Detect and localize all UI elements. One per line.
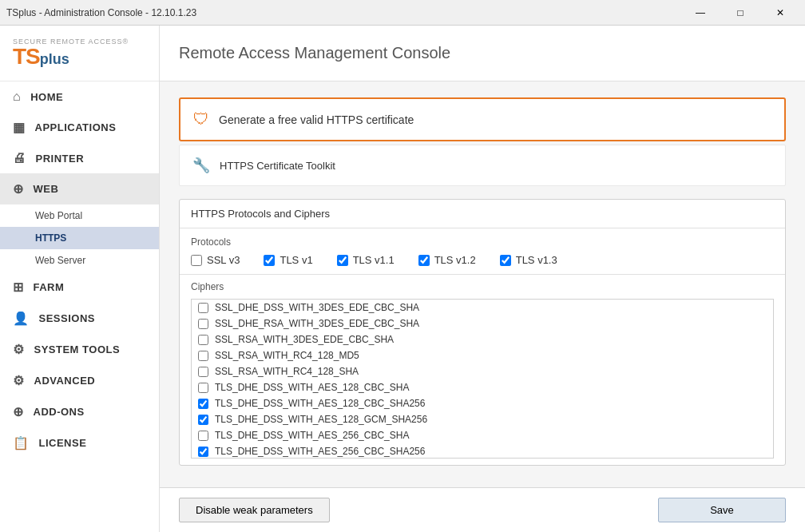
panel-title: HTTPS Protocols and Ciphers <box>180 200 785 228</box>
https-label: HTTPS <box>35 232 66 244</box>
close-button[interactable]: ✕ <box>762 2 799 24</box>
list-item[interactable]: SSL_RSA_WITH_RC4_128_MD5 <box>192 347 773 363</box>
cipher-label: TLS_DHE_DSS_WITH_AES_128_CBC_SHA <box>215 382 409 393</box>
sidebar-item-label: PRINTER <box>36 153 85 165</box>
sidebar-item-label: SESSIONS <box>39 312 95 324</box>
cipher-label: SSL_RSA_WITH_RC4_128_SHA <box>215 366 359 377</box>
web-icon: ⊕ <box>13 181 24 197</box>
disable-weak-button[interactable]: Disable weak parameters <box>179 498 330 522</box>
sidebar-item-farm[interactable]: ⊞ FARM <box>0 272 159 303</box>
sessions-icon: 👤 <box>13 311 30 326</box>
protocols-section: Protocols SSL v3 TLS v1 TLS v1.1 <box>180 228 785 275</box>
sidebar-item-label: SYSTEM TOOLS <box>34 343 121 355</box>
cipher-label: TLS_DHE_DSS_WITH_AES_128_GCM_SHA256 <box>215 414 427 425</box>
farm-icon: ⊞ <box>13 280 24 295</box>
cipher-label: TLS_DHE_DSS_WITH_AES_128_CBC_SHA256 <box>215 398 425 409</box>
logo-ts: TS <box>13 46 40 68</box>
cipher-checkbox[interactable] <box>198 383 208 393</box>
logo: SECURE REMOTE ACCESS® TS plus <box>13 38 129 68</box>
list-item[interactable]: SSL_RSA_WITH_RC4_128_SHA <box>192 363 773 379</box>
list-item[interactable]: TLS_DHE_DSS_WITH_AES_256_CBC_SHA <box>192 427 773 443</box>
cipher-checkbox[interactable] <box>198 415 208 425</box>
toolkit-text: HTTPS Certificate Toolkit <box>220 160 335 172</box>
applications-icon: ▦ <box>13 120 26 135</box>
sidebar-item-sessions[interactable]: 👤 SESSIONS <box>0 303 159 334</box>
list-item[interactable]: TLS_DHE_DSS_WITH_AES_128_CBC_SHA <box>192 379 773 395</box>
addons-icon: ⊕ <box>13 404 24 419</box>
cert-banner-text: Generate a free valid HTTPS certificate <box>219 113 414 126</box>
cipher-label: TLS_DHE_DSS_WITH_AES_256_CBC_SHA256 <box>215 446 425 457</box>
cipher-checkbox[interactable] <box>198 447 208 457</box>
ssl3-checkbox[interactable] <box>191 255 202 266</box>
sidebar-item-label: HOME <box>30 91 63 103</box>
protocols-label: Protocols <box>191 236 774 248</box>
cipher-label: SSL_DHE_DSS_WITH_3DES_EDE_CBC_SHA <box>215 302 419 313</box>
ciphers-list[interactable]: SSL_DHE_DSS_WITH_3DES_EDE_CBC_SHA SSL_DH… <box>191 299 774 459</box>
sidebar: SECURE REMOTE ACCESS® TS plus ⌂ HOME ▦ A… <box>0 26 160 532</box>
minimize-button[interactable]: — <box>682 2 719 24</box>
system-tools-icon: ⚙ <box>13 342 25 357</box>
tls11-checkbox[interactable] <box>337 255 348 266</box>
sidebar-item-label: ADD-ONS <box>34 406 85 418</box>
sidebar-item-web[interactable]: ⊕ WEB <box>0 173 159 204</box>
toolkit-icon: 🔧 <box>192 157 210 174</box>
cipher-checkbox[interactable] <box>198 303 208 313</box>
protocols-checkboxes: SSL v3 TLS v1 TLS v1.1 TLS v1.2 <box>191 254 774 266</box>
cipher-label: SSL_RSA_WITH_3DES_EDE_CBC_SHA <box>215 334 394 345</box>
list-item[interactable]: TLS_DHE_DSS_WITH_AES_128_GCM_SHA256 <box>192 411 773 427</box>
tls13-label: TLS v1.3 <box>516 254 557 266</box>
save-button[interactable]: Save <box>658 498 786 522</box>
sidebar-item-home[interactable]: ⌂ HOME <box>0 81 159 112</box>
list-item[interactable]: SSL_RSA_WITH_3DES_EDE_CBC_SHA <box>192 332 773 347</box>
protocol-tls12[interactable]: TLS v1.2 <box>418 254 476 266</box>
header-title: Remote Access Management Console <box>179 44 450 62</box>
list-item[interactable]: SSL_DHE_RSA_WITH_3DES_EDE_CBC_SHA <box>192 316 773 332</box>
sidebar-item-https[interactable]: HTTPS <box>0 227 159 249</box>
sidebar-item-web-server[interactable]: Web Server <box>0 249 159 272</box>
sidebar-item-printer[interactable]: 🖨 PRINTER <box>0 143 159 173</box>
sidebar-item-web-portal[interactable]: Web Portal <box>0 204 159 227</box>
cipher-label: SSL_RSA_WITH_RC4_128_MD5 <box>215 350 359 361</box>
cipher-label: TLS_DHE_DSS_WITH_AES_256_CBC_SHA <box>215 430 409 441</box>
tls13-checkbox[interactable] <box>500 255 511 266</box>
titlebar-title: TSplus - Administration Console - 12.10.… <box>6 7 196 18</box>
sidebar-item-advanced[interactable]: ⚙ ADVANCED <box>0 365 159 396</box>
web-server-label: Web Server <box>35 255 85 266</box>
sidebar-item-system-tools[interactable]: ⚙ SYSTEM TOOLS <box>0 334 159 365</box>
tls1-checkbox[interactable] <box>264 255 275 266</box>
tls12-checkbox[interactable] <box>418 255 430 266</box>
sidebar-item-label: APPLICATIONS <box>35 121 117 133</box>
license-icon: 📋 <box>13 435 30 451</box>
maximize-button[interactable]: □ <box>722 2 759 24</box>
header: Remote Access Management Console <box>160 26 805 81</box>
cipher-checkbox[interactable] <box>198 399 208 409</box>
cipher-checkbox[interactable] <box>198 367 208 377</box>
cipher-checkbox[interactable] <box>198 335 208 345</box>
bottom-bar: Disable weak parameters Save <box>160 487 805 532</box>
toolkit-row[interactable]: 🔧 HTTPS Certificate Toolkit <box>179 145 786 186</box>
app-body: SECURE REMOTE ACCESS® TS plus ⌂ HOME ▦ A… <box>0 26 805 532</box>
main-content: 🛡 Generate a free valid HTTPS certificat… <box>160 81 805 487</box>
protocol-ssl3[interactable]: SSL v3 <box>191 254 240 266</box>
cipher-checkbox[interactable] <box>198 431 208 441</box>
protocol-tls1[interactable]: TLS v1 <box>264 254 312 266</box>
protocol-tls11[interactable]: TLS v1.1 <box>337 254 395 266</box>
shield-icon: 🛡 <box>193 110 209 129</box>
sidebar-item-label: WEB <box>34 183 59 195</box>
protocol-tls13[interactable]: TLS v1.3 <box>500 254 557 266</box>
protocols-panel: HTTPS Protocols and Ciphers Protocols SS… <box>179 199 786 466</box>
home-icon: ⌂ <box>13 89 21 104</box>
sidebar-item-license[interactable]: 📋 LICENSE <box>0 427 159 459</box>
advanced-icon: ⚙ <box>13 373 25 388</box>
logo-plus: plus <box>40 52 69 66</box>
sidebar-item-applications[interactable]: ▦ APPLICATIONS <box>0 112 159 143</box>
list-item[interactable]: TLS_DHE_DSS_WITH_AES_128_CBC_SHA256 <box>192 395 773 411</box>
list-item[interactable]: TLS_DHE_DSS_WITH_AES_256_CBC_SHA256 <box>192 443 773 459</box>
cipher-checkbox[interactable] <box>198 351 208 361</box>
cipher-checkbox[interactable] <box>198 319 208 329</box>
sidebar-item-addons[interactable]: ⊕ ADD-ONS <box>0 396 159 427</box>
logo-area: SECURE REMOTE ACCESS® TS plus <box>0 26 159 81</box>
ciphers-section: Ciphers SSL_DHE_DSS_WITH_3DES_EDE_CBC_SH… <box>180 275 785 465</box>
cert-banner[interactable]: 🛡 Generate a free valid HTTPS certificat… <box>179 97 786 141</box>
list-item[interactable]: SSL_DHE_DSS_WITH_3DES_EDE_CBC_SHA <box>192 300 773 316</box>
